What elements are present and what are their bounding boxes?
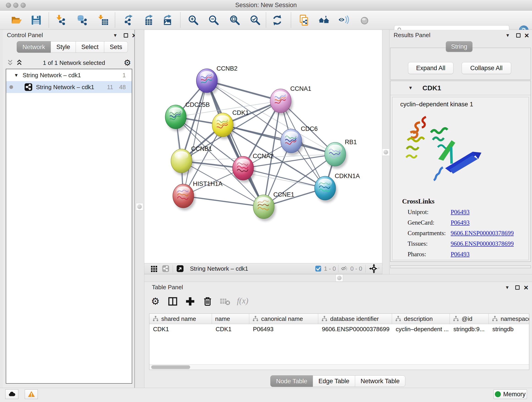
sphere-icon[interactable] [359, 14, 370, 26]
panel-menu-icon[interactable]: ▼ [504, 32, 511, 39]
right-splitter[interactable] [382, 30, 389, 274]
table-cell[interactable]: 9606.ENSP00000378699 [318, 326, 392, 333]
birdseye-view-icon[interactable] [176, 265, 184, 273]
section-collapse-icon[interactable]: ▼ [408, 85, 413, 90]
crosslinks-list: Uniprot:P06493GeneCard:P06493Compartment… [393, 207, 529, 259]
network-collection-row[interactable]: ▼ String Network – cdk1 1 [6, 69, 132, 81]
table-row[interactable]: CDK1CDK1P064939606.ENSP00000378699cyclin… [149, 324, 529, 334]
grid-view-icon[interactable] [150, 265, 158, 273]
panel-menu-icon[interactable]: ▼ [504, 284, 511, 291]
import-network-icon[interactable] [55, 14, 67, 26]
table-cell[interactable]: cyclin–dependent ... [392, 326, 450, 333]
save-icon[interactable] [31, 14, 42, 26]
column-header-@id[interactable]: @id [450, 314, 489, 324]
tab-edge-table[interactable]: Edge Table [313, 375, 355, 387]
delete-table-icon[interactable] [220, 296, 230, 307]
network-options-gear-icon[interactable]: ⚙ [124, 58, 131, 67]
table-header-row: shared namenamecanonical namedatabase id… [149, 314, 529, 324]
svg-text:RB1: RB1 [345, 139, 357, 146]
crosslink-label: GeneCard: [408, 219, 451, 226]
tab-string[interactable]: String [446, 41, 472, 52]
column-header-shared-name[interactable]: shared name [149, 314, 212, 324]
crosslink-link[interactable]: 9606.ENSP00000378699 [451, 240, 514, 247]
export-image-icon[interactable] [162, 14, 173, 26]
tab-node-table[interactable]: Node Table [270, 375, 313, 387]
zoom-fit-icon[interactable] [229, 14, 241, 26]
zoom-out-icon[interactable] [208, 14, 220, 26]
panel-menu-icon[interactable]: ▼ [112, 32, 119, 39]
control-panel-tabs: NetworkStyleSelectSets [17, 41, 128, 53]
columns-icon[interactable] [167, 296, 178, 307]
function-builder-icon[interactable]: f(x) [237, 296, 258, 307]
splitter-handle-icon[interactable] [337, 276, 342, 280]
left-splitter[interactable] [135, 30, 144, 388]
crosslink-label: Pharos: [408, 251, 451, 258]
panel-float-icon[interactable] [122, 32, 129, 39]
memory-label: Memory [503, 391, 526, 398]
selected-checkbox-icon[interactable] [314, 265, 322, 273]
fit-selected-crosshair-icon[interactable] [369, 264, 379, 274]
expand-all-icon[interactable] [15, 58, 24, 67]
table-panel-header: Table Panel ▼ × [144, 282, 532, 293]
panel-close-icon[interactable]: × [523, 32, 530, 39]
tab-network-table[interactable]: Network Table [355, 375, 405, 387]
splitter-handle-icon[interactable] [137, 204, 142, 209]
table-cell[interactable]: stringdb:9... [450, 326, 489, 333]
table-cell[interactable]: P06493 [249, 326, 318, 333]
crosslink-link[interactable]: P06493 [451, 209, 470, 216]
eye-waves-icon[interactable] [338, 14, 350, 26]
houses-icon[interactable] [318, 14, 330, 26]
column-header-database-identifier[interactable]: database identifier [318, 314, 392, 324]
column-header-name[interactable]: name [212, 314, 249, 324]
collapse-all-icon[interactable] [6, 58, 15, 67]
import-table-icon[interactable] [98, 14, 109, 26]
hidden-eye-icon[interactable] [341, 265, 348, 273]
bottom-splitter[interactable] [144, 274, 532, 282]
crosslink-link[interactable]: 9606.ENSP00000378699 [451, 230, 514, 237]
panel-float-icon[interactable] [515, 32, 522, 39]
cdk1-section-header[interactable]: ▼ CDK1 [390, 81, 531, 95]
table-cell[interactable]: CDK1 [149, 326, 212, 333]
expand-all-button[interactable]: Expand All [408, 62, 453, 74]
open-folder-icon[interactable] [11, 14, 22, 26]
collapse-all-button[interactable]: Collapse All [462, 62, 511, 74]
tab-style[interactable]: Style [51, 41, 76, 53]
warnings-button[interactable] [25, 389, 38, 399]
export-network-icon[interactable] [123, 14, 135, 26]
import-database-icon[interactable] [76, 14, 88, 26]
cloud-button[interactable] [5, 389, 18, 399]
memory-status-icon [495, 391, 501, 397]
tab-select[interactable]: Select [76, 41, 104, 53]
table-cell[interactable]: stringdb [489, 326, 529, 333]
tab-sets[interactable]: Sets [104, 41, 128, 53]
scrollbar-thumb[interactable] [151, 365, 190, 369]
refresh-icon[interactable] [272, 14, 283, 26]
tree-expand-icon[interactable]: ▼ [14, 73, 19, 78]
splitter-handle-icon[interactable] [384, 150, 388, 154]
panel-close-icon[interactable]: × [522, 284, 530, 291]
trash-icon[interactable] [202, 296, 213, 307]
column-header-namespace[interactable]: namespace [489, 314, 529, 324]
panel-float-icon[interactable] [514, 284, 521, 291]
gear-icon[interactable]: ⚙ [150, 296, 161, 307]
column-header-description[interactable]: description [392, 314, 450, 324]
add-column-icon[interactable] [185, 296, 196, 307]
network-canvas[interactable]: CCNB2CCNA1CDC25BCDK1CDC6RB1CCNB1CCNA2CDK… [144, 30, 382, 263]
table-horizontal-scrollbar[interactable] [149, 364, 529, 370]
network-row[interactable]: String Network – cdk1 11 48 [6, 81, 132, 93]
column-header-canonical-name[interactable]: canonical name [249, 314, 318, 324]
results-panel-title: Results Panel [394, 32, 430, 39]
share-view-icon[interactable] [162, 265, 170, 273]
memory-button[interactable]: Memory [494, 389, 527, 399]
tab-network[interactable]: Network [17, 41, 51, 53]
zoom-in-icon[interactable] [188, 14, 199, 26]
export-table-icon[interactable] [143, 14, 155, 26]
crosslink-link[interactable]: P06493 [451, 219, 470, 226]
network-selector-bar: 1 of 1 Network selected ⚙ [6, 57, 131, 69]
table-cell[interactable]: CDK1 [212, 326, 249, 333]
network-label: String Network – cdk1 [36, 84, 107, 91]
copy-pages-icon[interactable] [298, 14, 310, 26]
zoom-selected-icon[interactable] [249, 14, 261, 26]
toolbar-separator [115, 12, 115, 27]
crosslink-link[interactable]: P06493 [451, 251, 470, 258]
